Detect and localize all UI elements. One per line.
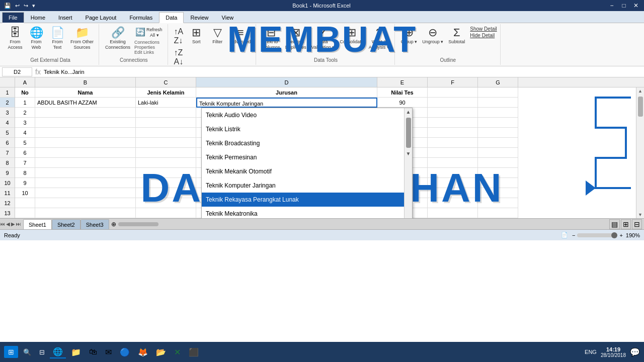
scroll-thumb[interactable] [406, 118, 411, 148]
sheet-tab-2[interactable]: Sheet2 [52, 219, 80, 229]
cell-a1[interactable]: No [15, 87, 35, 98]
page-layout-button[interactable]: ⊞ [621, 219, 631, 229]
tab-insert[interactable]: Insert [52, 12, 79, 23]
cell-b11[interactable] [35, 188, 136, 198]
cell-b5[interactable] [35, 128, 136, 138]
sheet-tab-1[interactable]: Sheet1 [23, 219, 52, 229]
what-if-button[interactable]: ? What-IfAnalysis ▾ [367, 26, 391, 51]
cell-g9[interactable] [478, 168, 518, 178]
cell-a5[interactable]: 4 [15, 128, 35, 138]
cell-b3[interactable] [35, 108, 136, 118]
cell-b1[interactable]: Nama [35, 87, 136, 98]
remove-duplicates-button[interactable]: ⊠ RemoveDuplicates [283, 26, 308, 51]
col-header-g[interactable]: G [478, 77, 518, 87]
sheet-nav-prev[interactable]: ◀ [6, 221, 10, 227]
sheet-nav-next[interactable]: ▶ [11, 221, 15, 227]
cell-b13[interactable] [35, 208, 136, 218]
maximize-button[interactable]: □ [620, 2, 628, 9]
col-header-d[interactable]: D [196, 77, 377, 87]
data-validation-button[interactable]: ✓ DataValidation ▾ [309, 26, 337, 51]
notification-button[interactable]: 💬 [630, 347, 640, 357]
taskbar-app-button[interactable]: ⬛ [186, 346, 202, 358]
start-button[interactable]: ⊞ [4, 346, 18, 358]
cell-c4[interactable] [136, 118, 196, 128]
cell-a9[interactable]: 8 [15, 168, 35, 178]
consolidate-button[interactable]: ⊞ Consolidate [338, 26, 366, 51]
cell-d2[interactable]: Teknik Komputer Jaringan [196, 98, 377, 108]
cell-e2[interactable]: 90 [377, 98, 428, 108]
cell-g3[interactable] [478, 108, 518, 118]
cell-c8[interactable] [136, 158, 196, 168]
cell-a7[interactable]: 6 [15, 148, 35, 158]
scroll-down-button[interactable]: ▼ [637, 211, 643, 218]
col-header-c[interactable]: C [136, 77, 196, 87]
sort-desc-button[interactable]: ↑ZA↓ [172, 47, 186, 66]
minimize-button[interactable]: − [608, 2, 616, 9]
sheet-tab-3[interactable]: Sheet3 [80, 219, 109, 229]
cell-g8[interactable] [478, 158, 518, 168]
cell-c12[interactable] [136, 198, 196, 208]
row-1[interactable]: 1 [0, 87, 15, 98]
dropdown-scrollbar[interactable]: ▲ ▼ [404, 108, 412, 218]
zoom-slider-thumb[interactable] [611, 232, 617, 238]
row-7[interactable]: 7 [0, 148, 15, 158]
taskbar-mail-button[interactable]: ✉ [102, 346, 115, 358]
cell-c6[interactable] [136, 138, 196, 148]
cell-b10[interactable] [35, 178, 136, 188]
scroll-track[interactable] [636, 95, 644, 211]
taskbar-store-button[interactable]: 🛍 [86, 346, 100, 357]
taskbar-chrome-button[interactable]: 🔵 [117, 346, 133, 358]
cell-f4[interactable] [428, 118, 478, 128]
cell-c5[interactable] [136, 128, 196, 138]
row-9[interactable]: 9 [0, 168, 15, 178]
from-web-button[interactable]: 🌐 FromWeb [26, 26, 46, 51]
cell-f5[interactable] [428, 128, 478, 138]
row-10[interactable]: 10 [0, 178, 15, 188]
row-11[interactable]: 11 [0, 188, 15, 198]
cell-g5[interactable] [478, 128, 518, 138]
cell-f3[interactable] [428, 108, 478, 118]
cell-g1[interactable] [478, 87, 518, 98]
advanced-button[interactable]: ≡ Advanced [228, 26, 253, 46]
taskbar-excel-button[interactable]: ✕ [171, 346, 184, 358]
cell-c3[interactable] [136, 108, 196, 118]
cell-f11[interactable] [428, 188, 478, 198]
cell-g13[interactable] [478, 208, 518, 218]
cell-g6[interactable] [478, 138, 518, 148]
col-header-b[interactable]: B [35, 77, 136, 87]
row-12[interactable]: 12 [0, 198, 15, 208]
search-button[interactable]: 🔍 [20, 347, 34, 357]
cell-f10[interactable] [428, 178, 478, 188]
from-access-button[interactable]: 🗄 FromAccess [5, 26, 25, 51]
cell-e1[interactable]: Nilai Tes [377, 87, 428, 98]
cell-b4[interactable] [35, 118, 136, 128]
cell-g2[interactable] [478, 98, 518, 108]
close-button[interactable]: ✕ [632, 2, 640, 9]
cell-b8[interactable] [35, 158, 136, 168]
cell-g12[interactable] [478, 198, 518, 208]
cell-d1[interactable]: Jurusan [196, 87, 377, 98]
filter-button[interactable]: ▽ Filter [207, 26, 227, 46]
cell-g11[interactable] [478, 188, 518, 198]
tab-page-layout[interactable]: Page Layout [79, 12, 123, 23]
dropdown-item-5[interactable]: Teknik Komputer Jaringan [202, 178, 412, 193]
cell-b6[interactable] [35, 138, 136, 148]
zoom-level[interactable]: 190% [626, 232, 640, 238]
page-break-button[interactable]: ⊟ [632, 219, 642, 229]
hide-detail-link[interactable]: Hide Detail [470, 33, 497, 38]
dropdown-item-7[interactable]: Teknik Mekatronika [202, 207, 412, 218]
dropdown-item-0[interactable]: Teknik Audio Video [202, 108, 412, 122]
cell-c9[interactable] [136, 168, 196, 178]
cell-c7[interactable] [136, 148, 196, 158]
cell-f12[interactable] [428, 198, 478, 208]
zoom-in-button[interactable]: + [619, 232, 622, 238]
cell-f1[interactable] [428, 87, 478, 98]
cell-f7[interactable] [428, 148, 478, 158]
cell-b9[interactable] [35, 168, 136, 178]
quick-access-redo[interactable]: ↪ [24, 3, 28, 9]
cell-a8[interactable]: 7 [15, 158, 35, 168]
cell-a12[interactable] [15, 198, 35, 208]
show-detail-link[interactable]: Show Detail [470, 26, 497, 32]
cell-f8[interactable] [428, 158, 478, 168]
h-scroll-thumb[interactable] [118, 222, 158, 226]
